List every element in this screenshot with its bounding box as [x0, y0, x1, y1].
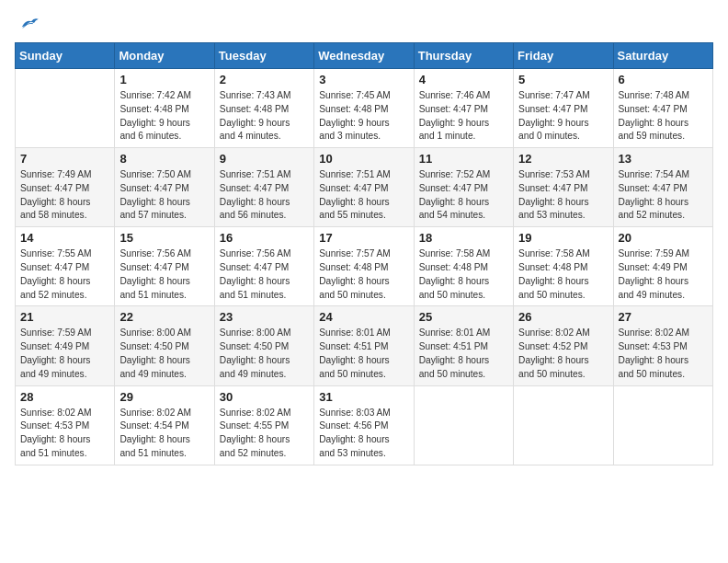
day-info: Sunrise: 7:50 AMSunset: 4:47 PMDaylight:…: [119, 168, 209, 223]
day-info: Sunrise: 8:02 AMSunset: 4:52 PMDaylight:…: [518, 327, 608, 381]
day-info: Sunrise: 7:52 AMSunset: 4:47 PMDaylight:…: [419, 168, 508, 223]
day-number: 4: [419, 73, 508, 86]
calendar-week-row: 14Sunrise: 7:55 AMSunset: 4:47 PMDayligh…: [16, 227, 713, 306]
day-number: 17: [319, 231, 408, 245]
calendar-cell: 6Sunrise: 7:48 AMSunset: 4:47 PMDaylight…: [613, 69, 712, 148]
day-number: 23: [220, 310, 309, 324]
day-number: 14: [20, 231, 109, 245]
calendar-header-saturday: Saturday: [613, 43, 712, 69]
calendar-cell: 11Sunrise: 7:52 AMSunset: 4:47 PMDayligh…: [414, 148, 513, 227]
calendar-week-row: 7Sunrise: 7:49 AMSunset: 4:47 PMDaylight…: [16, 148, 713, 227]
logo: [15, 15, 46, 31]
day-number: 7: [20, 152, 109, 166]
calendar-week-row: 21Sunrise: 7:59 AMSunset: 4:49 PMDayligh…: [16, 306, 713, 385]
calendar-cell: [414, 385, 513, 465]
day-number: 9: [220, 152, 309, 166]
day-number: 20: [619, 231, 708, 245]
day-number: 6: [619, 73, 708, 86]
day-number: 15: [119, 231, 209, 245]
day-info: Sunrise: 7:54 AMSunset: 4:47 PMDaylight:…: [619, 168, 708, 223]
calendar-week-row: 1Sunrise: 7:42 AMSunset: 4:48 PMDaylight…: [16, 69, 713, 148]
calendar-cell: [514, 385, 613, 465]
day-number: 25: [419, 310, 508, 324]
day-info: Sunrise: 7:43 AMSunset: 4:48 PMDaylight:…: [220, 89, 309, 144]
day-number: 19: [518, 231, 608, 245]
day-info: Sunrise: 8:02 AMSunset: 4:55 PMDaylight:…: [220, 407, 309, 461]
calendar-cell: 7Sunrise: 7:49 AMSunset: 4:47 PMDaylight…: [16, 148, 115, 227]
day-number: 24: [319, 310, 408, 324]
day-info: Sunrise: 8:00 AMSunset: 4:50 PMDaylight:…: [119, 327, 209, 381]
day-info: Sunrise: 7:47 AMSunset: 4:47 PMDaylight:…: [518, 89, 608, 144]
day-info: Sunrise: 7:51 AMSunset: 4:47 PMDaylight:…: [319, 168, 408, 223]
day-number: 8: [119, 152, 209, 166]
day-info: Sunrise: 7:56 AMSunset: 4:47 PMDaylight:…: [119, 247, 209, 302]
day-number: 13: [619, 152, 708, 166]
day-info: Sunrise: 8:01 AMSunset: 4:51 PMDaylight:…: [419, 327, 508, 381]
day-info: Sunrise: 7:59 AMSunset: 4:49 PMDaylight:…: [20, 327, 109, 381]
calendar-cell: 10Sunrise: 7:51 AMSunset: 4:47 PMDayligh…: [314, 148, 414, 227]
logo-icon: [15, 15, 42, 31]
day-info: Sunrise: 7:55 AMSunset: 4:47 PMDaylight:…: [20, 247, 109, 302]
calendar-week-row: 28Sunrise: 8:02 AMSunset: 4:53 PMDayligh…: [16, 385, 713, 465]
calendar-cell: 2Sunrise: 7:43 AMSunset: 4:48 PMDaylight…: [214, 69, 313, 148]
calendar-cell: [16, 69, 115, 148]
calendar-cell: 25Sunrise: 8:01 AMSunset: 4:51 PMDayligh…: [414, 306, 513, 385]
calendar-cell: 28Sunrise: 8:02 AMSunset: 4:53 PMDayligh…: [16, 385, 115, 465]
calendar-cell: 16Sunrise: 7:56 AMSunset: 4:47 PMDayligh…: [214, 227, 313, 306]
calendar-cell: 29Sunrise: 8:02 AMSunset: 4:54 PMDayligh…: [115, 385, 214, 465]
day-number: 12: [518, 152, 608, 166]
day-info: Sunrise: 8:00 AMSunset: 4:50 PMDaylight:…: [220, 327, 309, 381]
calendar-cell: 3Sunrise: 7:45 AMSunset: 4:48 PMDaylight…: [314, 69, 414, 148]
calendar-cell: 5Sunrise: 7:47 AMSunset: 4:47 PMDaylight…: [514, 69, 613, 148]
calendar-cell: 22Sunrise: 8:00 AMSunset: 4:50 PMDayligh…: [115, 306, 214, 385]
calendar-cell: 30Sunrise: 8:02 AMSunset: 4:55 PMDayligh…: [214, 385, 313, 465]
calendar-cell: 31Sunrise: 8:03 AMSunset: 4:56 PMDayligh…: [314, 385, 414, 465]
day-info: Sunrise: 8:02 AMSunset: 4:53 PMDaylight:…: [619, 327, 708, 381]
calendar-cell: 20Sunrise: 7:59 AMSunset: 4:49 PMDayligh…: [613, 227, 712, 306]
day-number: 29: [119, 390, 209, 404]
calendar-cell: 21Sunrise: 7:59 AMSunset: 4:49 PMDayligh…: [16, 306, 115, 385]
calendar-cell: 9Sunrise: 7:51 AMSunset: 4:47 PMDaylight…: [214, 148, 313, 227]
day-info: Sunrise: 7:57 AMSunset: 4:48 PMDaylight:…: [319, 247, 408, 302]
day-number: 3: [319, 73, 408, 86]
calendar-cell: 13Sunrise: 7:54 AMSunset: 4:47 PMDayligh…: [613, 148, 712, 227]
calendar-header-sunday: Sunday: [16, 43, 115, 69]
calendar-cell: 17Sunrise: 7:57 AMSunset: 4:48 PMDayligh…: [314, 227, 414, 306]
day-info: Sunrise: 7:58 AMSunset: 4:48 PMDaylight:…: [419, 247, 508, 302]
day-info: Sunrise: 8:02 AMSunset: 4:53 PMDaylight:…: [20, 407, 109, 461]
day-number: 26: [518, 310, 608, 324]
day-info: Sunrise: 8:02 AMSunset: 4:54 PMDaylight:…: [119, 407, 209, 461]
calendar-cell: 24Sunrise: 8:01 AMSunset: 4:51 PMDayligh…: [314, 306, 414, 385]
calendar-cell: 15Sunrise: 7:56 AMSunset: 4:47 PMDayligh…: [115, 227, 214, 306]
calendar-cell: 18Sunrise: 7:58 AMSunset: 4:48 PMDayligh…: [414, 227, 513, 306]
day-number: 22: [119, 310, 209, 324]
calendar-header-friday: Friday: [514, 43, 613, 69]
page-header: [15, 15, 713, 31]
day-info: Sunrise: 7:48 AMSunset: 4:47 PMDaylight:…: [619, 89, 708, 144]
day-number: 30: [220, 390, 309, 404]
calendar-cell: 23Sunrise: 8:00 AMSunset: 4:50 PMDayligh…: [214, 306, 313, 385]
day-number: 27: [619, 310, 708, 324]
calendar-header-tuesday: Tuesday: [214, 43, 313, 69]
day-info: Sunrise: 7:56 AMSunset: 4:47 PMDaylight:…: [220, 247, 309, 302]
calendar-cell: 12Sunrise: 7:53 AMSunset: 4:47 PMDayligh…: [514, 148, 613, 227]
day-info: Sunrise: 7:49 AMSunset: 4:47 PMDaylight:…: [20, 168, 109, 223]
day-info: Sunrise: 7:58 AMSunset: 4:48 PMDaylight:…: [518, 247, 608, 302]
day-info: Sunrise: 7:51 AMSunset: 4:47 PMDaylight:…: [220, 168, 309, 223]
calendar-cell: 26Sunrise: 8:02 AMSunset: 4:52 PMDayligh…: [514, 306, 613, 385]
day-number: 1: [119, 73, 209, 86]
calendar-cell: 8Sunrise: 7:50 AMSunset: 4:47 PMDaylight…: [115, 148, 214, 227]
day-number: 21: [20, 310, 109, 324]
calendar-cell: [613, 385, 712, 465]
day-info: Sunrise: 8:01 AMSunset: 4:51 PMDaylight:…: [319, 327, 408, 381]
calendar-table: SundayMondayTuesdayWednesdayThursdayFrid…: [15, 42, 713, 465]
calendar-header-wednesday: Wednesday: [314, 43, 414, 69]
calendar-header-row: SundayMondayTuesdayWednesdayThursdayFrid…: [16, 43, 713, 69]
day-info: Sunrise: 7:45 AMSunset: 4:48 PMDaylight:…: [319, 89, 408, 144]
day-number: 31: [319, 390, 408, 404]
day-info: Sunrise: 7:46 AMSunset: 4:47 PMDaylight:…: [419, 89, 508, 144]
calendar-cell: 1Sunrise: 7:42 AMSunset: 4:48 PMDaylight…: [115, 69, 214, 148]
calendar-cell: 14Sunrise: 7:55 AMSunset: 4:47 PMDayligh…: [16, 227, 115, 306]
day-info: Sunrise: 7:59 AMSunset: 4:49 PMDaylight:…: [619, 247, 708, 302]
calendar-cell: 4Sunrise: 7:46 AMSunset: 4:47 PMDaylight…: [414, 69, 513, 148]
